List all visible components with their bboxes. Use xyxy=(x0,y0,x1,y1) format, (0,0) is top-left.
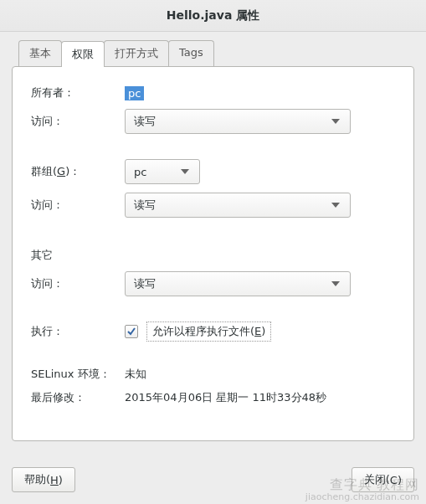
content-area: 基本 权限 打开方式 Tags 所有者： pc 访问： 读写 群组(G)： xyxy=(12,40,414,454)
combo-owner-access[interactable]: 读写 xyxy=(125,109,351,134)
chevron-down-icon xyxy=(328,114,343,129)
label-others-access: 访问： xyxy=(31,276,125,291)
combo-group-access[interactable]: 读写 xyxy=(125,193,351,218)
chevron-down-icon xyxy=(328,276,343,291)
section-others: 其它 xyxy=(31,248,395,263)
help-button[interactable]: 帮助(H) xyxy=(12,467,75,492)
combo-group-value: pc xyxy=(134,166,146,178)
execute-row: 允许以程序执行文件(E) xyxy=(125,321,395,342)
execute-label[interactable]: 允许以程序执行文件(E) xyxy=(146,321,271,342)
combo-owner-access-value: 读写 xyxy=(134,114,156,129)
label-owner-access: 访问： xyxy=(31,114,125,129)
value-owner-wrap: pc xyxy=(125,86,395,100)
label-selinux: SELinux 环境： xyxy=(31,367,125,382)
label-group: 群组(G)： xyxy=(31,164,125,179)
combo-group[interactable]: pc xyxy=(125,159,200,184)
tabstrip: 基本 权限 打开方式 Tags xyxy=(18,40,414,66)
combo-others-access-value: 读写 xyxy=(134,276,156,291)
chevron-down-icon xyxy=(177,164,192,179)
window-titlebar: Hello.java 属性 xyxy=(0,0,426,32)
label-lastmod: 最后修改： xyxy=(31,390,125,405)
check-icon xyxy=(127,327,136,336)
dialog-buttons: 帮助(H) 关闭(C) xyxy=(12,467,414,492)
tab-permissions[interactable]: 权限 xyxy=(61,41,105,67)
window-title: Hello.java 属性 xyxy=(167,8,259,23)
tab-panel-permissions: 所有者： pc 访问： 读写 群组(G)： pc xyxy=(12,66,414,441)
label-owner: 所有者： xyxy=(31,85,125,100)
chevron-down-icon xyxy=(328,198,343,213)
combo-group-access-value: 读写 xyxy=(134,198,156,213)
tab-openwith[interactable]: 打开方式 xyxy=(104,40,169,66)
combo-others-access[interactable]: 读写 xyxy=(125,271,351,296)
tab-tags[interactable]: Tags xyxy=(168,40,214,66)
value-selinux: 未知 xyxy=(125,367,395,382)
close-button[interactable]: 关闭(C) xyxy=(352,467,414,492)
combo-group-wrap: pc xyxy=(125,159,395,184)
label-group-access: 访问： xyxy=(31,198,125,213)
value-lastmod: 2015年04月06日 星期一 11时33分48秒 xyxy=(125,390,395,405)
checkbox-execute[interactable] xyxy=(125,325,138,338)
label-execute: 执行： xyxy=(31,324,125,339)
value-owner: pc xyxy=(125,86,144,100)
tab-basic[interactable]: 基本 xyxy=(18,40,62,66)
